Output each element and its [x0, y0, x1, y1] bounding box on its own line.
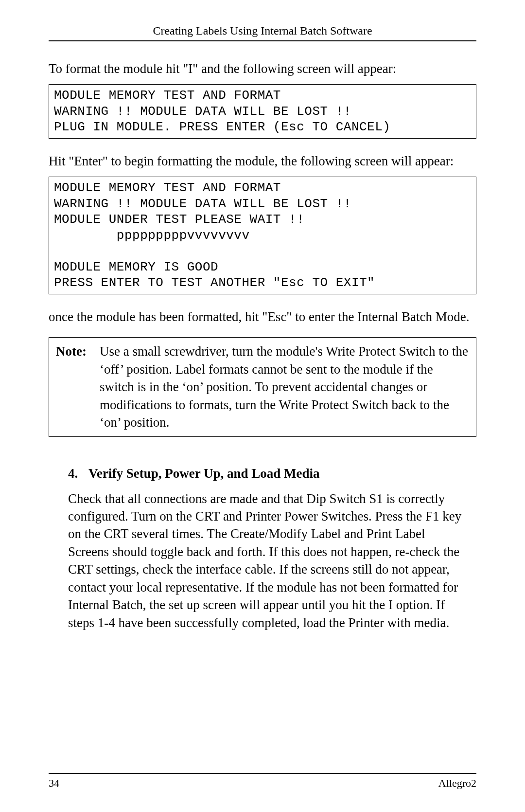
note-label: Note: [56, 343, 100, 431]
section-title: Verify Setup, Power Up, and Load Media [88, 466, 320, 481]
section-heading: 4. Verify Setup, Power Up, and Load Medi… [68, 466, 467, 481]
section-4: 4. Verify Setup, Power Up, and Load Medi… [68, 466, 467, 632]
section-number: 4. [68, 466, 88, 481]
page-number: 34 [49, 777, 59, 790]
code-block-2: MODULE MEMORY TEST AND FORMAT WARNING !!… [49, 177, 476, 294]
code-line: PLUG IN MODULE. PRESS ENTER (Esc TO CANC… [54, 120, 390, 134]
note-box: Note: Use a small screwdriver, turn the … [49, 337, 476, 436]
code-line: MODULE UNDER TEST PLEASE WAIT !! [54, 212, 304, 227]
paragraph-intro-1: To format the module hit "I" and the fol… [49, 60, 476, 77]
note-body: Use a small screwdriver, turn the module… [100, 343, 469, 431]
code-line: WARNING !! MODULE DATA WILL BE LOST !! [54, 104, 351, 119]
paragraph-intro-2: Hit "Enter" to begin formatting the modu… [49, 152, 476, 170]
paragraph-after-code: once the module has been formatted, hit … [49, 308, 476, 325]
document-page: Creating Labels Using Internal Batch Sof… [0, 0, 525, 812]
code-line: pppppppppvvvvvvvv [54, 228, 250, 243]
page-footer: 34 Allegro2 [49, 773, 476, 790]
code-line: MODULE MEMORY TEST AND FORMAT [54, 88, 281, 103]
code-line: PRESS ENTER TO TEST ANOTHER "Esc TO EXIT… [54, 275, 375, 290]
code-line: MODULE MEMORY IS GOOD [54, 260, 218, 274]
code-line: MODULE MEMORY TEST AND FORMAT [54, 180, 281, 195]
code-block-1: MODULE MEMORY TEST AND FORMAT WARNING !!… [49, 84, 476, 139]
footer-product-name: Allegro2 [438, 777, 476, 790]
section-body: Check that all connections are made and … [68, 490, 467, 632]
page-header: Creating Labels Using Internal Batch Sof… [49, 24, 476, 41]
code-line: WARNING !! MODULE DATA WILL BE LOST !! [54, 197, 351, 211]
header-title: Creating Labels Using Internal Batch Sof… [153, 24, 372, 37]
